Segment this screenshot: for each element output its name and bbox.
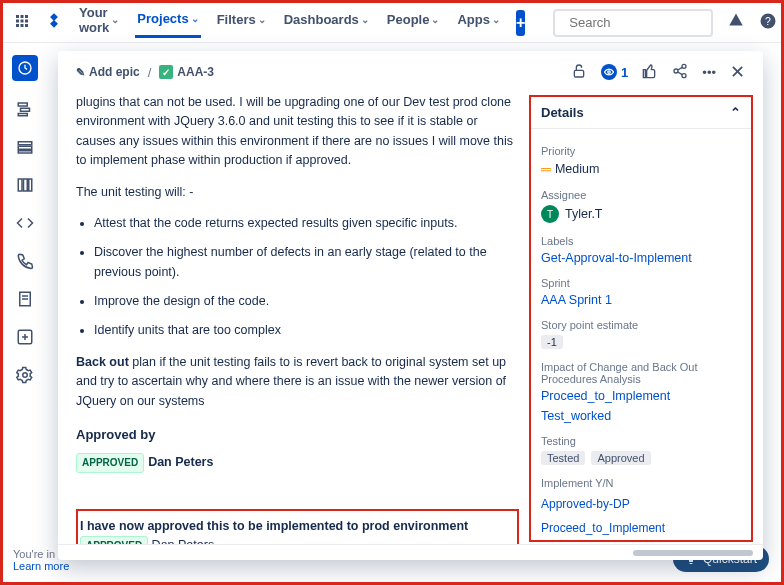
left-rail [3,43,47,582]
story-points-value[interactable]: -1 [541,335,741,349]
issue-key-link[interactable]: ✓ AAA-3 [159,65,214,79]
svg-point-23 [682,64,686,68]
issue-dialog: Add epic / ✓ AAA-3 1 ••• ✕ plugins that … [58,51,763,560]
notifications-icon[interactable] [727,12,745,33]
svg-rect-10 [18,151,32,153]
like-icon[interactable] [642,63,658,82]
testing-value[interactable]: Tested Approved [541,451,741,465]
desc-bullet: Improve the design of the code. [94,292,519,311]
priority-medium-icon: ═ [541,161,549,177]
svg-point-20 [23,373,28,378]
approval-highlight: I have now approved this to be implement… [76,509,519,544]
desc-bullet: Attest that the code returns expected re… [94,214,519,233]
details-panel: Details ⌃ Priority ═ Medium Assignee T T… [529,95,753,542]
nav-dashboards[interactable]: Dashboards⌄ [282,9,371,36]
nav-projects[interactable]: Projects⌄ [135,8,200,38]
board-icon[interactable] [15,175,35,195]
svg-rect-5 [18,103,27,106]
implement-value[interactable]: Approved-by-DP Proceed_to_Implement [541,493,741,535]
svg-point-24 [674,69,678,73]
phone-icon[interactable] [15,251,35,271]
share-icon[interactable] [672,63,688,82]
svg-rect-6 [21,108,30,111]
approver-row: APPROVEDDan Peters [76,453,519,473]
close-dialog-button[interactable]: ✕ [730,61,745,83]
dialog-header: Add epic / ✓ AAA-3 1 ••• ✕ [58,51,763,93]
svg-rect-9 [18,146,32,149]
pages-icon[interactable] [15,289,35,309]
details-heading: Details [541,105,584,120]
nav-your-work[interactable]: Your work⌄ [77,2,121,44]
priority-label: Priority [541,145,741,157]
svg-rect-13 [29,179,32,191]
desc-bullet: Identify units that are too complex [94,321,519,340]
svg-text:?: ? [765,15,771,27]
dialog-footer [58,544,763,560]
labels-label: Labels [541,235,741,247]
story-type-icon: ✓ [159,65,173,79]
project-settings-icon[interactable] [15,365,35,385]
labels-value[interactable]: Get-Approval-to-Implement [541,251,741,265]
nav-people[interactable]: People⌄ [385,9,442,36]
horizontal-scrollbar[interactable] [633,550,753,556]
code-icon[interactable] [15,213,35,233]
assignee-label: Assignee [541,189,741,201]
desc-bullet: Discover the highest number of defects i… [94,243,519,282]
more-actions-icon[interactable]: ••• [702,65,716,80]
app-switcher-icon[interactable] [13,12,31,33]
svg-line-26 [678,67,683,70]
nav-apps[interactable]: Apps⌄ [455,9,502,36]
assignee-avatar-icon: T [541,205,559,223]
implement-label: Implement Y/N [541,477,741,489]
svg-point-22 [608,71,611,74]
svg-rect-11 [18,179,22,191]
project-avatar-icon[interactable] [12,55,38,81]
collapse-details-icon[interactable]: ⌃ [730,105,741,120]
jira-logo-icon[interactable] [45,12,63,33]
assignee-value[interactable]: T Tyler.T [541,205,741,223]
add-epic-link[interactable]: Add epic [76,65,140,79]
svg-rect-7 [18,114,27,116]
roadmap-icon[interactable] [15,99,35,119]
svg-point-25 [682,73,686,77]
description-text: plugins that can not be used. I will be … [76,93,519,544]
help-icon[interactable]: ? [759,12,777,33]
sprint-label: Sprint [541,277,741,289]
impact-value[interactable]: Proceed_to_Implement Test_worked [541,389,741,423]
top-nav: Your work⌄ Projects⌄ Filters⌄ Dashboards… [3,3,781,43]
lock-icon[interactable] [571,63,587,82]
testing-label: Testing [541,435,741,447]
svg-rect-8 [18,142,32,145]
nav-filters[interactable]: Filters⌄ [215,9,268,36]
sprint-value[interactable]: AAA Sprint 1 [541,293,741,307]
search-input[interactable] [553,9,713,37]
story-points-label: Story point estimate [541,319,741,331]
svg-rect-21 [574,70,583,77]
watch-button[interactable]: 1 [601,64,628,80]
add-item-icon[interactable] [15,327,35,347]
priority-value[interactable]: ═ Medium [541,161,741,177]
svg-rect-12 [24,179,28,191]
backlog-icon[interactable] [15,137,35,157]
issue-main-panel: plugins that can not be used. I will be … [58,93,527,544]
create-button[interactable]: + [516,10,525,36]
approved-by-label: Approved by [76,425,519,445]
impact-label: Impact of Change and Back Out Procedures… [541,361,741,385]
svg-line-27 [678,72,683,75]
